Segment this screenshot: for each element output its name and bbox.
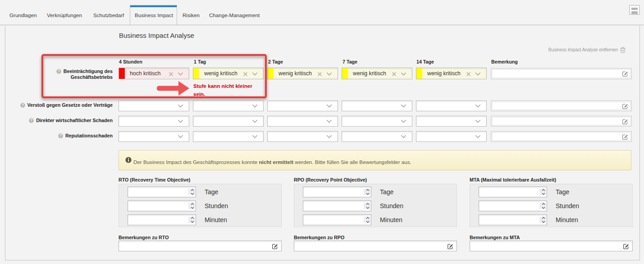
svg-text:?: ?: [30, 118, 32, 123]
svg-text:?: ?: [21, 103, 23, 107]
svg-text:?: ?: [59, 133, 62, 138]
